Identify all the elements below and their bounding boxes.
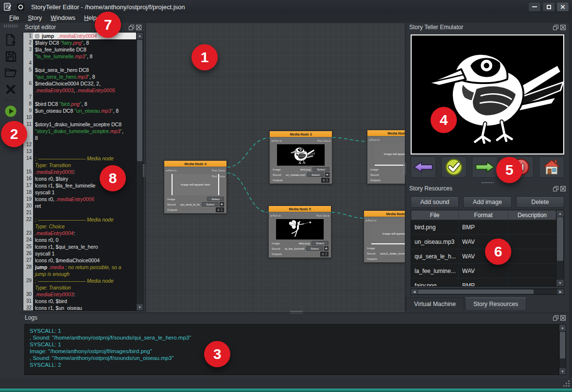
port-in[interactable]: ◂ Port In xyxy=(270,214,281,217)
outputs-stepper[interactable]: 2▲▼ xyxy=(216,207,224,212)
splitter-left[interactable] xyxy=(142,164,145,177)
outputs-stepper[interactable]: 1▲▼ xyxy=(321,178,329,183)
speaker-icon[interactable] xyxy=(324,246,329,251)
port-in[interactable]: ◂ Port In xyxy=(166,169,176,172)
line-number: 27 xyxy=(23,257,33,264)
media-node[interactable]: Media Node 6◂ Port InImage will appear h… xyxy=(364,210,405,263)
tab-story-resources[interactable]: Story Resources xyxy=(465,297,526,310)
close-panel-icon[interactable] xyxy=(560,25,566,30)
run-button[interactable] xyxy=(4,104,17,118)
close-button[interactable]: ✕ xyxy=(556,2,569,12)
select-sound-button[interactable]: Select xyxy=(306,246,323,251)
home-button[interactable] xyxy=(539,156,564,178)
resource-row[interactable]: la_fee_lumine...WAV xyxy=(411,264,556,278)
resource-row[interactable]: fairy.pngBMP xyxy=(411,278,556,286)
resource-row[interactable]: bird.pngBMP xyxy=(411,220,556,235)
scroll-up-icon[interactable]: ▲ xyxy=(559,324,566,331)
scroll-down-icon[interactable]: ▼ xyxy=(137,304,143,310)
resize-grip[interactable] xyxy=(563,380,570,387)
menu-windows[interactable]: Windows xyxy=(46,14,80,23)
outputs-stepper[interactable]: 1▲▼ xyxy=(320,252,329,256)
annotation-badge-7: 7 xyxy=(95,12,121,38)
node-title: Media Node 3 xyxy=(270,131,332,137)
port-out[interactable]: Port Out ▸ xyxy=(212,169,225,172)
new-project-button[interactable] xyxy=(4,33,17,47)
speaker-icon[interactable] xyxy=(220,202,224,206)
table-scrollbar[interactable]: ▲ ▼ xyxy=(556,210,564,286)
splitter-bottom[interactable] xyxy=(290,310,303,313)
close-project-button[interactable] xyxy=(4,83,17,96)
scrollbar-handle[interactable] xyxy=(418,290,534,294)
add-image-button[interactable]: Add image xyxy=(463,196,511,208)
close-panel-icon[interactable] xyxy=(560,186,566,191)
forward-button[interactable] xyxy=(472,156,497,178)
delete-button[interactable]: Delete xyxy=(516,196,564,208)
save-button[interactable] xyxy=(4,50,17,63)
line-number: 24 xyxy=(23,237,33,243)
column-file[interactable]: File xyxy=(411,210,459,220)
node-graph-canvas[interactable]: Media Node 4◂ Port InPort Out ▸Port Out … xyxy=(146,23,405,312)
node-sound-row: Soundstory1_drako_luminelle_sceptre.mp3 xyxy=(367,251,405,256)
scrollbar-handle[interactable] xyxy=(557,217,563,261)
close-panel-icon[interactable] xyxy=(136,25,141,30)
float-panel-icon[interactable] xyxy=(553,315,558,321)
tab-virtual-machine[interactable]: Virtual Machine xyxy=(406,297,464,310)
select-sound-button[interactable]: Select xyxy=(202,202,219,206)
scroll-down-icon[interactable]: ▼ xyxy=(556,280,564,286)
code-line: 25lcons r1, $qui_sera_le_hero xyxy=(23,243,136,250)
scroll-down-icon[interactable]: ▼ xyxy=(559,368,566,375)
column-format[interactable]: Format xyxy=(459,210,508,220)
select-image-button[interactable]: Select xyxy=(207,197,224,201)
app-icon[interactable] xyxy=(16,2,25,12)
float-panel-icon[interactable] xyxy=(553,186,558,191)
add-sound-button[interactable]: Add sound xyxy=(411,196,459,208)
splitter-right[interactable] xyxy=(403,162,406,175)
scrollbar-handle[interactable] xyxy=(560,332,565,358)
outputs-value: 1 xyxy=(321,253,325,256)
open-button[interactable] xyxy=(4,66,17,80)
port-in[interactable]: ◂ Port In xyxy=(369,138,380,141)
menu-story[interactable]: Story xyxy=(23,14,46,23)
close-panel-icon[interactable] xyxy=(560,315,566,321)
back-button[interactable] xyxy=(411,156,436,178)
port-out[interactable]: Port Out ▸ xyxy=(316,214,329,217)
editor-scrollbar[interactable]: ▲ ▼ xyxy=(136,33,143,310)
media-node[interactable]: Media Node 3◂ Port InPort Out ▸Imagebird… xyxy=(269,131,332,184)
scroll-right-icon[interactable]: ▶ xyxy=(557,289,564,294)
speaker-icon[interactable] xyxy=(325,172,329,177)
logs-scrollbar[interactable]: ▲ ▼ xyxy=(559,324,566,375)
float-panel-icon[interactable] xyxy=(129,25,134,30)
media-node[interactable]: Media Node 4◂ Port InPort Out ▸Port Out … xyxy=(164,160,227,214)
scrollbar-handle[interactable] xyxy=(137,40,142,161)
minimize-button[interactable] xyxy=(528,2,541,12)
resource-row[interactable]: un_oiseau.mp3WAV xyxy=(411,235,556,249)
table-hscrollbar[interactable]: ◀ ▶ xyxy=(411,289,564,295)
toolbar-grip[interactable] xyxy=(3,24,18,28)
media-node[interactable]: Media Node 2◂ Port InImage will appear h… xyxy=(367,130,405,184)
launcher-notes-icon[interactable] xyxy=(3,2,13,12)
resource-row[interactable]: qui_sera_le_h...WAV xyxy=(411,249,556,264)
port-out[interactable]: Port Out ▸ xyxy=(317,139,330,142)
splitter-emulator[interactable] xyxy=(481,182,494,184)
select-sound-button[interactable]: Select xyxy=(307,172,324,177)
confirm-button[interactable] xyxy=(441,156,467,178)
scroll-up-icon[interactable]: ▲ xyxy=(137,33,143,39)
float-panel-icon[interactable] xyxy=(553,25,558,30)
node-outputs-row: Outputs1▲▼ xyxy=(273,177,329,183)
column-description[interactable]: Description xyxy=(508,210,556,220)
scroll-up-icon[interactable]: ▲ xyxy=(556,210,564,217)
select-image-button[interactable]: Select xyxy=(312,167,329,171)
desktop-taskbar-edge xyxy=(0,389,572,392)
menu-file[interactable]: File xyxy=(5,14,23,23)
log-output[interactable]: SYSCALL: 1, Sound: "/home/anthony/ostpro… xyxy=(25,324,559,375)
scroll-left-icon[interactable]: ◀ xyxy=(411,289,417,294)
node-title: Media Node 2 xyxy=(367,130,405,136)
media-node[interactable]: Media Node 5◂ Port InPort Out ▸Imagefair… xyxy=(268,205,331,258)
port-in[interactable]: ◂ Port In xyxy=(365,219,376,222)
bottom-tabs: Virtual Machine Story Resources xyxy=(406,297,527,310)
code-line: 29; ---------------------------- Media n… xyxy=(23,277,136,284)
port-in[interactable]: ◂ Port In xyxy=(271,139,282,142)
maximize-button[interactable] xyxy=(542,2,555,12)
port-out[interactable]: Port Out ▸ xyxy=(212,174,225,178)
select-image-button[interactable]: Select xyxy=(312,241,329,245)
